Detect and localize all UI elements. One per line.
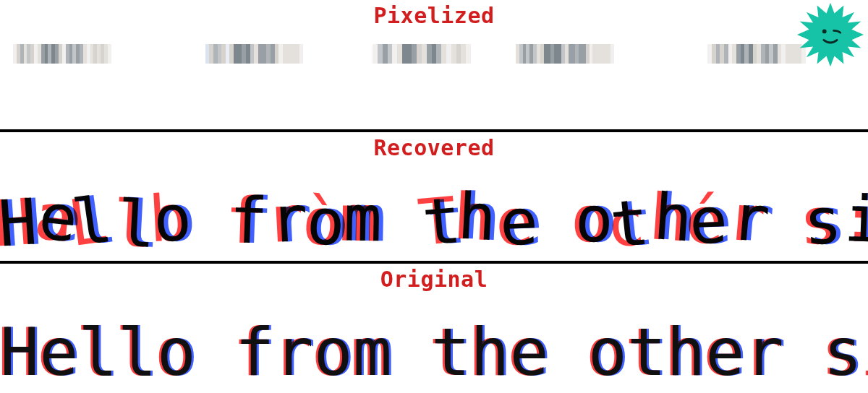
panel-recovered-title: Recovered xyxy=(0,135,868,160)
svg-point-2 xyxy=(822,29,827,33)
recovered-text: HaLlb fròm The ochér s:öe Hello from the… xyxy=(0,184,868,256)
pixelized-mosaic xyxy=(13,44,855,124)
mascot-icon xyxy=(797,1,864,68)
original-text: Hello from the other side Hello from the… xyxy=(0,316,868,389)
panel-recovered: Recovered HaLlb fròm The ochér s:öe Hell… xyxy=(0,129,868,262)
comparison-figure: Pixelized Recovered HaLlb fròm The ochér… xyxy=(0,0,868,393)
panel-pixelized: Pixelized xyxy=(0,0,868,129)
panel-pixelized-title: Pixelized xyxy=(0,3,868,28)
svg-point-1 xyxy=(813,17,848,52)
panel-original: Original Hello from the other side Hello… xyxy=(0,261,868,393)
panel-original-title: Original xyxy=(0,267,868,292)
